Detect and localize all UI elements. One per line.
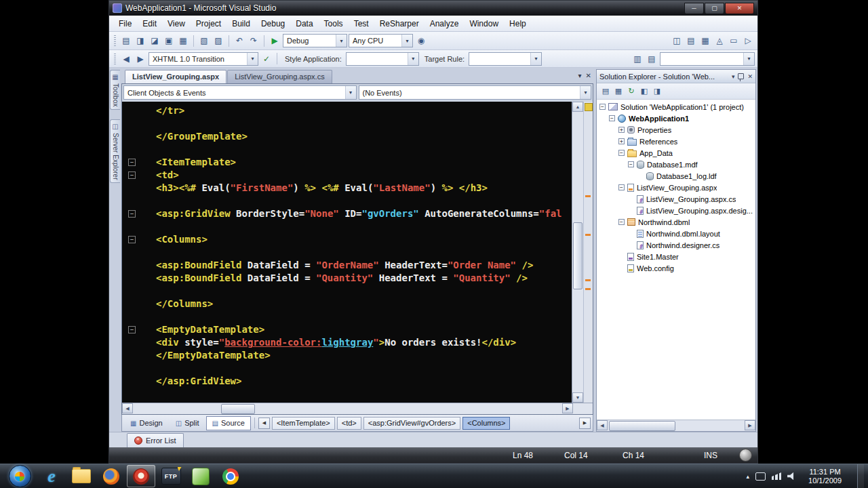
design-view-button[interactable]: ▦Design bbox=[124, 416, 169, 430]
toolbar-grip[interactable] bbox=[114, 35, 116, 46]
view-code-icon[interactable]: ◧ bbox=[638, 85, 650, 98]
vertical-scrollbar-thumb[interactable] bbox=[573, 222, 583, 290]
warning-marker[interactable] bbox=[585, 234, 591, 236]
toolbar-grip[interactable] bbox=[114, 54, 116, 64]
network-icon[interactable] bbox=[772, 472, 781, 480]
comment-icon[interactable]: ▧ bbox=[197, 34, 211, 47]
toolbox-icon[interactable]: ▦ bbox=[698, 34, 712, 47]
tree-item-listview-grouping-aspx-desig[interactable]: ListView_Grouping.aspx.desig... bbox=[597, 205, 755, 216]
vertical-scrollbar[interactable] bbox=[572, 102, 583, 403]
hidden-icons-chevron[interactable]: ▴ bbox=[747, 473, 750, 480]
close-document-icon[interactable]: ✕ bbox=[586, 72, 591, 79]
menu-window[interactable]: Window bbox=[464, 17, 504, 30]
tab-listview-grouping-aspx[interactable]: ListView_Grouping.aspx bbox=[125, 70, 226, 83]
plus-expander-icon[interactable]: + bbox=[618, 127, 625, 133]
tree-item-site1-master[interactable]: Site1.Master bbox=[597, 251, 755, 262]
warning-marker[interactable] bbox=[585, 288, 591, 290]
tag-navigator-left-button[interactable]: ◀ bbox=[258, 418, 270, 429]
horizontal-scrollbar[interactable] bbox=[122, 403, 593, 414]
save-icon[interactable]: ▣ bbox=[162, 34, 176, 47]
fold-collapse-icon[interactable]: − bbox=[128, 236, 136, 243]
check-html-icon[interactable]: ✓ bbox=[260, 52, 273, 66]
object-dropdown[interactable]: Client Objects & Events bbox=[123, 85, 357, 100]
tree-item-solution-webapplication1-1-project[interactable]: −Solution 'WebApplication1' (1 project) bbox=[597, 101, 755, 113]
resharper-status-icon[interactable] bbox=[585, 103, 593, 111]
tag-crumb-asp-gridview-gvorders[interactable]: <asp:GridView#gvOrders> bbox=[363, 417, 460, 430]
doctype-combo[interactable]: XHTML 1.0 Transition bbox=[149, 52, 258, 66]
show-all-files-icon[interactable]: ▦ bbox=[612, 85, 625, 98]
tag-crumb-itemtemplate[interactable]: <ItemTemplate> bbox=[272, 417, 335, 430]
warning-marker[interactable] bbox=[585, 279, 591, 281]
tree-item-webapplication1[interactable]: −WebApplication1 bbox=[597, 113, 755, 124]
navigate-back-icon[interactable]: ◀ bbox=[119, 52, 133, 66]
solution-explorer-header[interactable]: Solution Explorer - Solution 'Web... ▾ ✕ bbox=[597, 70, 755, 83]
firefox-icon[interactable] bbox=[97, 465, 125, 487]
find-combo[interactable] bbox=[660, 52, 755, 66]
minus-expander-icon[interactable]: − bbox=[609, 115, 615, 121]
solution-explorer-icon[interactable]: ◫ bbox=[670, 34, 684, 47]
event-dropdown[interactable]: (No Events) bbox=[359, 85, 592, 100]
output-window-icon[interactable]: ▭ bbox=[727, 34, 741, 47]
undo-icon[interactable]: ↶ bbox=[233, 34, 246, 47]
new-item-icon[interactable]: ▤ bbox=[119, 34, 133, 47]
error-list-tab[interactable]: Error List bbox=[127, 433, 184, 447]
green-app-icon[interactable] bbox=[186, 465, 215, 487]
menu-build[interactable]: Build bbox=[226, 17, 256, 30]
menu-edit[interactable]: Edit bbox=[137, 17, 162, 30]
menu-analyze[interactable]: Analyze bbox=[425, 17, 465, 30]
minus-expander-icon[interactable]: − bbox=[628, 161, 634, 167]
title-bar[interactable]: WebApplication1 - Microsoft Visual Studi… bbox=[109, 1, 757, 16]
taskbar-clock[interactable]: 11:31 PM 10/1/2009 bbox=[802, 468, 848, 485]
scroll-left-button[interactable] bbox=[597, 420, 608, 430]
tab-listview-grouping-aspx-cs[interactable]: ListView_Grouping.aspx.cs bbox=[227, 70, 332, 83]
scroll-right-button[interactable] bbox=[562, 403, 573, 413]
navigate-forward-icon[interactable]: ▶ bbox=[134, 52, 147, 66]
tree-item-properties[interactable]: +Properties bbox=[597, 124, 755, 136]
style-sheet-icon[interactable]: ▥ bbox=[631, 52, 644, 66]
tree-item-northwind-dbml[interactable]: −Northwind.dbml bbox=[597, 216, 755, 228]
scroll-right-button[interactable] bbox=[745, 420, 755, 430]
menu-file[interactable]: File bbox=[113, 17, 137, 30]
properties-window-icon[interactable]: ▤ bbox=[684, 34, 698, 47]
minus-expander-icon[interactable]: − bbox=[618, 184, 625, 190]
tag-crumb-columns[interactable]: <Columns> bbox=[462, 417, 510, 430]
volume-icon[interactable] bbox=[787, 472, 795, 481]
scroll-down-button[interactable] bbox=[572, 392, 583, 403]
close-button[interactable]: ✕ bbox=[725, 3, 754, 14]
show-desktop-button[interactable] bbox=[857, 464, 864, 488]
minus-expander-icon[interactable]: − bbox=[618, 219, 625, 225]
solution-explorer-hscrollbar[interactable] bbox=[597, 420, 755, 431]
menu-tools[interactable]: Tools bbox=[319, 17, 349, 30]
plus-expander-icon[interactable]: + bbox=[618, 138, 625, 144]
tree-item-database1-log-ldf[interactable]: Database1_log.ldf bbox=[597, 170, 755, 182]
screen-recorder-icon[interactable] bbox=[127, 465, 155, 487]
command-window-icon[interactable]: ▷ bbox=[741, 34, 755, 47]
start-debug-icon[interactable]: ▶ bbox=[268, 34, 281, 47]
chevron-down-icon[interactable]: ▾ bbox=[578, 72, 582, 79]
refresh-icon[interactable]: ↻ bbox=[625, 85, 637, 98]
platform-combo[interactable]: Any CPU bbox=[349, 34, 413, 47]
fold-collapse-icon[interactable]: − bbox=[128, 159, 136, 166]
menu-view[interactable]: View bbox=[162, 17, 191, 30]
display-icon[interactable] bbox=[755, 472, 766, 481]
fold-collapse-icon[interactable]: − bbox=[128, 326, 136, 333]
properties-window-icon[interactable]: ▤ bbox=[645, 52, 658, 66]
pin-icon[interactable] bbox=[738, 73, 744, 79]
tree-item-listview-grouping-aspx[interactable]: −ListView_Grouping.aspx bbox=[597, 182, 755, 193]
horizontal-scrollbar-thumb[interactable] bbox=[221, 404, 256, 414]
style-application-combo[interactable] bbox=[346, 52, 419, 66]
fold-collapse-icon[interactable]: − bbox=[128, 210, 136, 218]
minus-expander-icon[interactable]: − bbox=[618, 150, 625, 156]
find-icon[interactable]: ◉ bbox=[414, 34, 428, 47]
error-list-icon[interactable]: ◬ bbox=[713, 34, 726, 47]
add-item-icon[interactable]: ◨ bbox=[134, 34, 147, 47]
warning-marker[interactable] bbox=[585, 195, 591, 197]
menu-help[interactable]: Help bbox=[504, 17, 532, 30]
minus-expander-icon[interactable]: − bbox=[599, 104, 606, 110]
tree-item-northwind-dbml-layout[interactable]: Northwind.dbml.layout bbox=[597, 228, 755, 239]
sidebar-tab-server-explorer[interactable]: ◫Server Explorer bbox=[110, 119, 120, 183]
start-button[interactable] bbox=[3, 465, 36, 487]
menu-test[interactable]: Test bbox=[349, 17, 374, 30]
target-rule-combo[interactable] bbox=[469, 52, 542, 66]
window-menu-icon[interactable]: ▾ bbox=[732, 73, 735, 80]
